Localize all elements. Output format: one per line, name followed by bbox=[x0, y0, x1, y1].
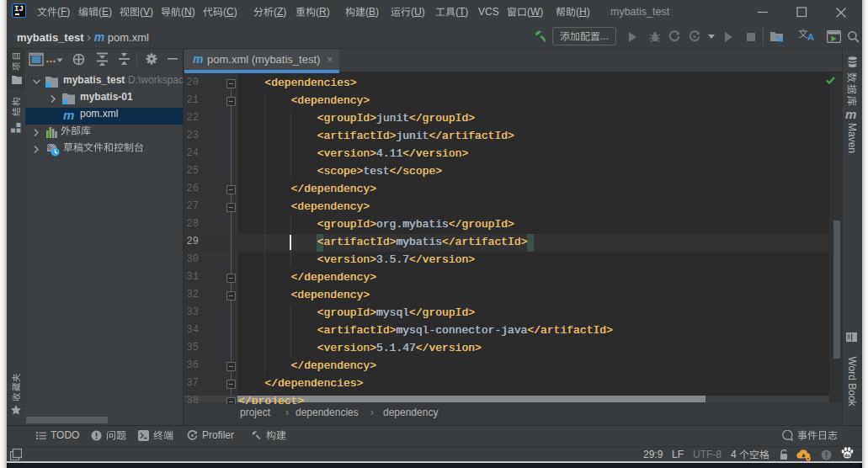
svg-text:du: du bbox=[844, 453, 850, 458]
